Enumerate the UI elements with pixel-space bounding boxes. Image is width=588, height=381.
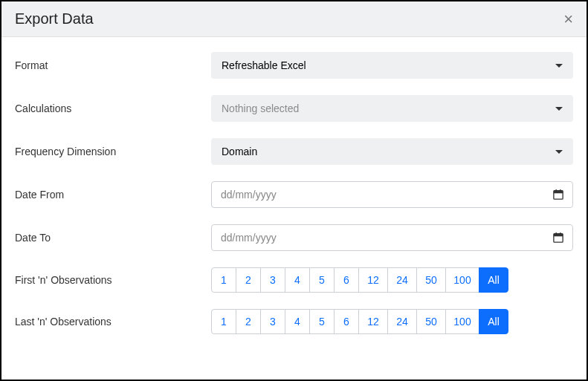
last-n-100[interactable]: 100 xyxy=(445,309,479,334)
last-n-2[interactable]: 2 xyxy=(236,309,261,334)
chevron-down-icon xyxy=(555,150,563,154)
calculations-value: Nothing selected xyxy=(222,102,299,114)
first-n-100[interactable]: 100 xyxy=(445,267,479,293)
format-value: Refreshable Excel xyxy=(222,59,306,71)
row-first-n: First 'n' Observations 1 2 3 4 5 6 12 24… xyxy=(15,267,573,293)
first-n-24[interactable]: 24 xyxy=(387,267,417,293)
last-n-group: 1 2 3 4 5 6 12 24 50 100 All xyxy=(211,309,573,334)
first-n-1[interactable]: 1 xyxy=(211,267,236,293)
label-date-from: Date From xyxy=(15,189,211,201)
modal-body: Format Refreshable Excel Calculations No… xyxy=(1,37,587,365)
svg-rect-1 xyxy=(554,191,563,194)
modal-title: Export Data xyxy=(15,10,94,27)
label-first-n: First 'n' Observations xyxy=(15,274,211,286)
first-n-50[interactable]: 50 xyxy=(416,267,446,293)
first-n-12[interactable]: 12 xyxy=(358,267,388,293)
first-n-3[interactable]: 3 xyxy=(260,267,285,293)
modal-header: Export Data × xyxy=(1,1,587,37)
first-n-6[interactable]: 6 xyxy=(334,267,359,293)
first-n-4[interactable]: 4 xyxy=(285,267,310,293)
row-last-n: Last 'n' Observations 1 2 3 4 5 6 12 24 … xyxy=(15,309,573,334)
row-format: Format Refreshable Excel xyxy=(15,52,573,79)
last-n-12[interactable]: 12 xyxy=(358,309,388,334)
label-frequency: Frequency Dimension xyxy=(15,146,211,157)
last-n-all[interactable]: All xyxy=(479,309,508,334)
date-to-input[interactable]: dd/mm/yyyy xyxy=(211,224,573,251)
first-n-5[interactable]: 5 xyxy=(309,267,335,293)
chevron-down-icon xyxy=(555,64,563,68)
row-frequency: Frequency Dimension Domain xyxy=(15,138,573,165)
frequency-value: Domain xyxy=(222,146,257,157)
format-select[interactable]: Refreshable Excel xyxy=(211,52,573,79)
calendar-icon xyxy=(553,189,563,200)
close-icon[interactable]: × xyxy=(563,11,573,27)
date-to-placeholder: dd/mm/yyyy xyxy=(221,232,277,244)
date-from-placeholder: dd/mm/yyyy xyxy=(221,189,277,201)
svg-rect-5 xyxy=(554,234,563,237)
chevron-down-icon xyxy=(555,107,563,111)
label-date-to: Date To xyxy=(15,232,211,244)
label-calculations: Calculations xyxy=(15,102,211,114)
last-n-3[interactable]: 3 xyxy=(260,309,285,334)
last-n-1[interactable]: 1 xyxy=(211,309,236,334)
last-n-5[interactable]: 5 xyxy=(309,309,335,334)
first-n-2[interactable]: 2 xyxy=(236,267,261,293)
row-calculations: Calculations Nothing selected xyxy=(15,95,573,122)
first-n-all[interactable]: All xyxy=(479,267,508,293)
frequency-select[interactable]: Domain xyxy=(211,138,573,165)
last-n-6[interactable]: 6 xyxy=(334,309,359,334)
label-last-n: Last 'n' Observations xyxy=(15,316,211,328)
label-format: Format xyxy=(15,59,211,71)
first-n-group: 1 2 3 4 5 6 12 24 50 100 All xyxy=(211,267,573,293)
svg-rect-2 xyxy=(556,189,557,192)
svg-rect-3 xyxy=(560,189,560,192)
calculations-select[interactable]: Nothing selected xyxy=(211,95,573,122)
last-n-50[interactable]: 50 xyxy=(416,309,446,334)
svg-rect-6 xyxy=(556,232,557,235)
row-date-to: Date To dd/mm/yyyy xyxy=(15,224,573,251)
row-date-from: Date From dd/mm/yyyy xyxy=(15,181,573,208)
date-from-input[interactable]: dd/mm/yyyy xyxy=(211,181,573,208)
calendar-icon xyxy=(553,232,563,243)
svg-rect-7 xyxy=(560,232,560,235)
last-n-4[interactable]: 4 xyxy=(285,309,310,334)
last-n-24[interactable]: 24 xyxy=(387,309,417,334)
